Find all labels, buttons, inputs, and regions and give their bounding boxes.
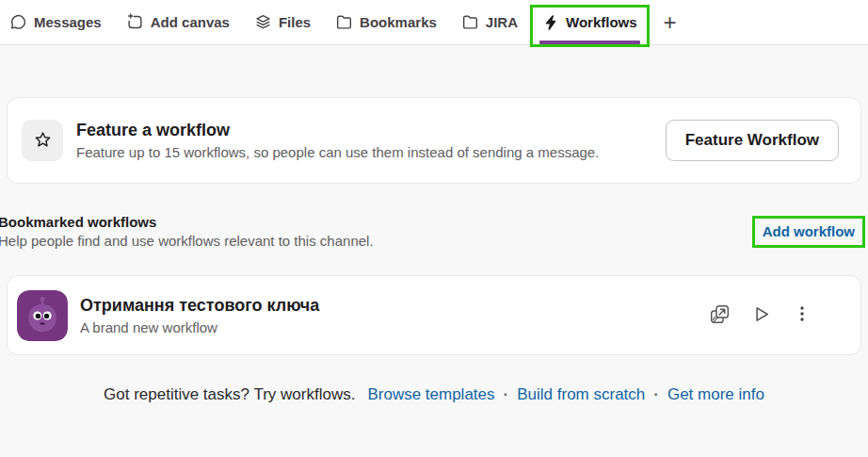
tab-label: Files [279,14,311,30]
browse-templates-link[interactable]: Browse templates [367,385,494,404]
tab-files[interactable]: Files [254,13,311,31]
tab-label: Workflows [566,14,637,30]
canvas-plus-icon [126,13,144,31]
copy-link-button[interactable] [710,304,730,327]
message-circle-icon [9,13,27,31]
tab-workflows[interactable]: Workflows [542,14,637,31]
annotation-box-add-workflow: Add workflow [752,216,865,248]
tab-jira[interactable]: JIRA [461,13,518,31]
layers-icon [254,13,272,31]
tab-label: Messages [34,14,102,30]
section-header-texts: Bookmarked workflows Help people find an… [0,214,374,249]
workflow-item-texts: Отримання тестового ключа A brand new wo… [80,296,319,335]
feature-card-texts: Feature a workflow Feature up to 15 work… [76,121,599,160]
star-icon [22,120,63,161]
section-subtitle: Help people find and use workflows relev… [0,233,374,249]
tab-label: Bookmarks [360,14,437,30]
new-tab-button[interactable]: + [664,11,677,34]
tab-bookmarks[interactable]: Bookmarks [335,13,437,31]
copy-link-icon [710,304,730,327]
section-title: Bookmarked workflows [0,214,374,230]
feature-workflow-card: Feature a workflow Feature up to 15 work… [7,97,861,184]
folder-icon [335,13,353,31]
get-more-info-link[interactable]: Get more info [667,385,764,404]
tab-messages[interactable]: Messages [9,13,102,31]
workflow-subtitle: A brand new workflow [80,319,319,335]
workflow-title: Отримання тестового ключа [80,296,319,316]
kebab-menu-icon [793,304,812,326]
play-icon [750,303,772,328]
tab-label: JIRA [486,14,518,30]
run-workflow-button[interactable] [750,303,772,328]
add-workflow-link[interactable]: Add workflow [763,223,855,239]
feature-card-title: Feature a workflow [76,121,599,140]
tab-add-canvas[interactable]: Add canvas [126,13,230,31]
footer-prompt: Got repetitive tasks? Try workflows. [104,385,355,404]
more-options-button[interactable] [793,304,812,326]
feature-workflow-button[interactable]: Feature Workflow [666,120,839,161]
feature-card-description: Feature up to 15 workflows, so people ca… [76,144,599,160]
active-tab-indicator [539,41,640,44]
workflow-list-item: Отримання тестового ключа A brand new wo… [7,275,861,355]
workflow-actions [710,303,812,328]
channel-tab-bar: Messages Add canvas Files Bookmarks [0,0,868,45]
tab-label: Add canvas [151,14,230,30]
separator-dot: · [653,385,659,404]
folder-icon [461,13,479,31]
bookmarked-workflows-header: Bookmarked workflows Help people find an… [0,214,868,249]
lightning-bolt-icon [542,14,559,31]
build-from-scratch-link[interactable]: Build from scratch [517,385,645,404]
workflows-footer: Got repetitive tasks? Try workflows. Bro… [0,385,868,404]
separator-dot: · [504,385,509,404]
workflow-robot-avatar [17,290,68,341]
